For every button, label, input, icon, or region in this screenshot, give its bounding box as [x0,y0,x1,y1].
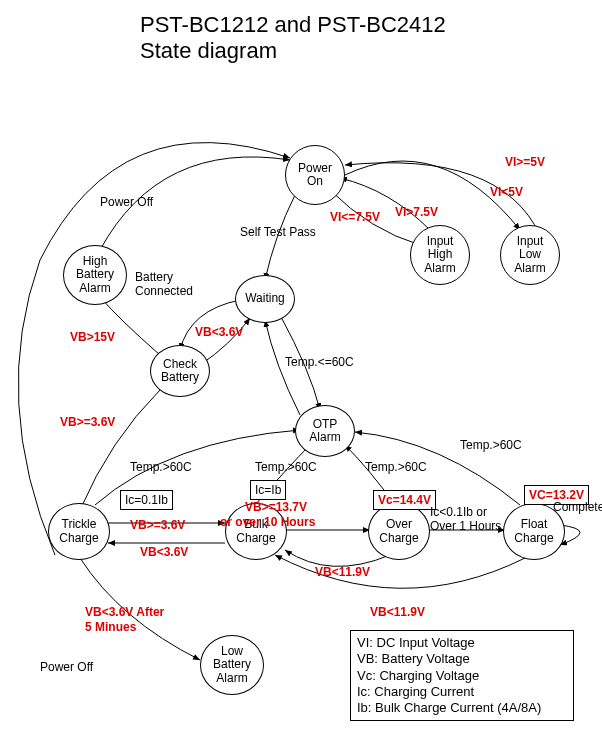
title-line-1: PST-BC1212 and PST-BC2412 [140,12,446,38]
edge-temp-gt60-c: Temp.>60C [365,460,427,474]
box-vc-144: Vc=14.4V [373,490,436,510]
legend-vc: Vc: Charging Voltage [357,668,567,684]
edge-vi-ge5: VI>=5V [505,155,545,169]
legend-ib: Ib: Bulk Charge Current (4A/8A) [357,700,567,716]
edge-temp-gt60-d: Temp.>60C [460,438,522,452]
state-over-charge: OverCharge [368,503,430,560]
edge-self-test-pass: Self Test Pass [240,225,316,239]
box-ic-01ib: Ic=0.1Ib [120,490,173,510]
edge-vi-gt75: VI>7.5V [395,205,438,219]
state-trickle-charge: TrickleCharge [48,503,110,560]
edge-vb-lt36-2: VB<3.6V [140,545,188,559]
state-low-battery-alarm: LowBatteryAlarm [200,635,264,695]
edge-vb-ge36: VB>=3.6V [60,415,115,429]
edge-vb-gt15: VB>15V [70,330,115,344]
edge-battery-connected: BatteryConnected [135,270,205,298]
edge-vb-lt36-after5-l1: VB<3.6V After [85,605,164,619]
edge-temp-gt60-b: Temp.>60C [255,460,317,474]
state-high-battery-alarm: HighBatteryAlarm [63,245,127,305]
edge-vb-ge36-2: VB>=3.6V [130,518,185,532]
edge-vb-lt36-wait: VB<3.6V [195,325,243,339]
edge-power-off-2: Power Off [40,660,93,674]
edge-vb-ge137-l1: VB>=13.7V [245,500,307,514]
state-power-on: PowerOn [285,145,345,205]
legend-ic: Ic: Charging Current [357,684,567,700]
state-check-battery: CheckBattery [150,345,210,397]
edge-vb-lt119-a: VB<11.9V [315,565,370,579]
edge-temp-gt60-a: Temp.>60C [130,460,192,474]
box-ic-ib: Ic=Ib [250,480,286,500]
state-otp-alarm: OTPAlarm [295,405,355,457]
state-waiting: Waiting [235,275,295,323]
edge-complete: Complete [553,500,602,514]
legend-vi: VI: DC Input Voltage [357,635,567,651]
edge-temp-le60: Temp.<=60C [285,355,354,369]
legend-box: VI: DC Input Voltage VB: Battery Voltage… [350,630,574,721]
edge-vb-ge137-l2: or over 10 Hours [220,515,315,529]
state-input-low-alarm: InputLowAlarm [500,225,560,285]
title-line-2: State diagram [140,38,277,64]
edge-ic-lt01ib: Ic<0.1Ib orOver 1 Hours [430,505,510,533]
edge-vi-le75: VI<=7.5V [330,210,380,224]
state-input-high-alarm: InputHighAlarm [410,225,470,285]
legend-vb: VB: Battery Voltage [357,651,567,667]
edge-vb-lt36-after5-l2: 5 Minues [85,620,136,634]
edge-vi-lt5: VI<5V [490,185,523,199]
edge-vb-lt119-b: VB<11.9V [370,605,425,619]
edge-power-off-1: Power Off [100,195,153,209]
